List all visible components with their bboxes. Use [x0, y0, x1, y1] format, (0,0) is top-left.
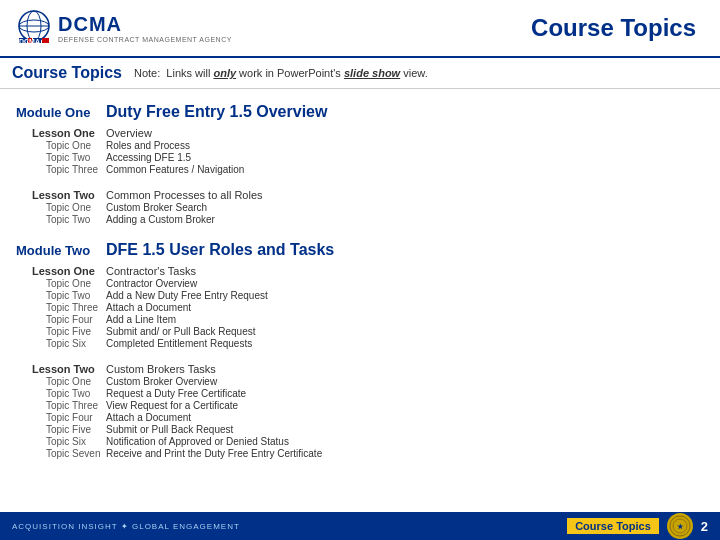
topic-row: Topic Three Common Features / Navigation [16, 164, 704, 175]
lesson-value: Overview [106, 127, 152, 139]
topic-value: Custom Broker Search [106, 202, 207, 213]
subheader: Course Topics Note: Links will only work… [0, 58, 720, 89]
topic-row: Topic Six Notification of Approved or De… [16, 436, 704, 447]
lesson-value: Contractor's Tasks [106, 265, 196, 277]
topic-label: Topic Three [16, 400, 106, 411]
topic-label: Topic Two [16, 388, 106, 399]
module-one-label: Module One [16, 105, 106, 120]
topic-value: Roles and Process [106, 140, 190, 151]
main-content: Module One Duty Free Entry 1.5 Overview … [0, 89, 720, 509]
topic-row: Topic Four Attach a Document [16, 412, 704, 423]
logo-area: DCMA DCMA DEFENSE CONTRACT MANAGEMENT AG… [12, 8, 232, 48]
agency-label: DEFENSE CONTRACT MANAGEMENT AGENCY [58, 36, 232, 43]
module-two-heading: Module Two DFE 1.5 User Roles and Tasks [16, 241, 704, 259]
topic-label: Topic Five [16, 424, 106, 435]
footer-right-area: Course Topics ★ 2 [567, 513, 708, 539]
lesson-row: Lesson Two Common Processes to all Roles [16, 189, 704, 201]
svg-text:DCMA: DCMA [19, 38, 40, 45]
topic-label: Topic Two [16, 152, 106, 163]
topic-label: Topic Three [16, 164, 106, 175]
topic-label: Topic Five [16, 326, 106, 337]
topic-label: Topic Two [16, 214, 106, 225]
module-one-title: Duty Free Entry 1.5 Overview [106, 103, 327, 121]
lesson-label: Lesson One [16, 265, 106, 277]
topic-label: Topic Four [16, 412, 106, 423]
topic-value: Add a Line Item [106, 314, 176, 325]
topic-value: Attach a Document [106, 302, 191, 313]
topic-row: Topic Five Submit or Pull Back Request [16, 424, 704, 435]
dcma-label: DCMA [58, 13, 232, 36]
footer-seal-icon: ★ [667, 513, 693, 539]
topic-value: Notification of Approved or Denied Statu… [106, 436, 289, 447]
lesson-value: Common Processes to all Roles [106, 189, 263, 201]
topic-value: Receive and Print the Duty Free Entry Ce… [106, 448, 322, 459]
lesson-label: Lesson Two [16, 189, 106, 201]
topic-label: Topic One [16, 376, 106, 387]
topic-value: Submit and/ or Pull Back Request [106, 326, 256, 337]
note-text: Note: Links will only work in PowerPoint… [134, 67, 428, 79]
dcma-globe-icon: DCMA [12, 8, 56, 48]
topic-label: Topic Two [16, 290, 106, 301]
topic-label: Topic One [16, 140, 106, 151]
svg-text:★: ★ [677, 523, 684, 530]
topic-row: Topic Six Completed Entitlement Requests [16, 338, 704, 349]
module-two-label: Module Two [16, 243, 106, 258]
lesson-value: Custom Brokers Tasks [106, 363, 216, 375]
topic-label: Topic Three [16, 302, 106, 313]
lesson-row: Lesson One Overview [16, 127, 704, 139]
topic-label: Topic One [16, 202, 106, 213]
topic-row: Topic One Contractor Overview [16, 278, 704, 289]
topic-label: Topic Six [16, 338, 106, 349]
topic-row: Topic Two Add a New Duty Free Entry Requ… [16, 290, 704, 301]
topic-label: Topic Six [16, 436, 106, 447]
footer: ACQUISITION INSIGHT ✦ GLOBAL ENGAGEMENT … [0, 512, 720, 540]
topic-value: Completed Entitlement Requests [106, 338, 252, 349]
topic-row: Topic One Roles and Process [16, 140, 704, 151]
topic-row: Topic Three View Request for a Certifica… [16, 400, 704, 411]
topic-row: Topic Four Add a Line Item [16, 314, 704, 325]
page-title: Course Topics [531, 14, 708, 42]
lesson-row: Lesson One Contractor's Tasks [16, 265, 704, 277]
topic-value: Submit or Pull Back Request [106, 424, 233, 435]
topic-row: Topic Two Adding a Custom Broker [16, 214, 704, 225]
footer-course-topics-badge: Course Topics [567, 518, 659, 534]
topic-value: Accessing DFE 1.5 [106, 152, 191, 163]
topic-value: Contractor Overview [106, 278, 197, 289]
topic-value: Common Features / Navigation [106, 164, 244, 175]
topic-value: View Request for a Certificate [106, 400, 238, 411]
topic-row: Topic Three Attach a Document [16, 302, 704, 313]
header: DCMA DCMA DEFENSE CONTRACT MANAGEMENT AG… [0, 0, 720, 58]
topic-row: Topic One Custom Broker Overview [16, 376, 704, 387]
topic-value: Request a Duty Free Certificate [106, 388, 246, 399]
lesson-row: Lesson Two Custom Brokers Tasks [16, 363, 704, 375]
topic-row: Topic Two Request a Duty Free Certificat… [16, 388, 704, 399]
footer-tagline: ACQUISITION INSIGHT ✦ GLOBAL ENGAGEMENT [12, 522, 240, 531]
module-two-title: DFE 1.5 User Roles and Tasks [106, 241, 334, 259]
topic-label: Topic Seven [16, 448, 106, 459]
topic-row: Topic Two Accessing DFE 1.5 [16, 152, 704, 163]
topic-label: Topic Four [16, 314, 106, 325]
lesson-label: Lesson One [16, 127, 106, 139]
module-one-heading: Module One Duty Free Entry 1.5 Overview [16, 103, 704, 121]
topic-row: Topic Five Submit and/ or Pull Back Requ… [16, 326, 704, 337]
footer-page-number: 2 [701, 519, 708, 534]
topic-value: Custom Broker Overview [106, 376, 217, 387]
topic-row: Topic Seven Receive and Print the Duty F… [16, 448, 704, 459]
topic-value: Add a New Duty Free Entry Request [106, 290, 268, 301]
topic-value: Adding a Custom Broker [106, 214, 215, 225]
subheader-title: Course Topics [12, 64, 122, 82]
topic-label: Topic One [16, 278, 106, 289]
svg-rect-7 [42, 38, 49, 43]
lesson-label: Lesson Two [16, 363, 106, 375]
topic-row: Topic One Custom Broker Search [16, 202, 704, 213]
topic-value: Attach a Document [106, 412, 191, 423]
